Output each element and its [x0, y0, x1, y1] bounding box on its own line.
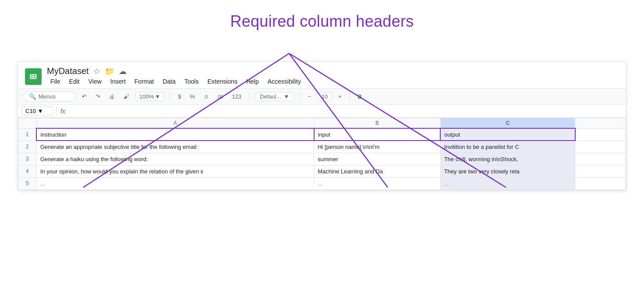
menu-data[interactable]: Data — [159, 77, 179, 86]
menu-accessibility[interactable]: Accessibility — [264, 77, 304, 86]
title-icons: ☆ 📁 ☁ — [93, 67, 127, 76]
menu-view[interactable]: View — [85, 77, 105, 86]
spreadsheet-grid: A B C 1 instruction input output 2 — [18, 118, 626, 190]
row-num-1: 1 — [18, 128, 37, 141]
cell-c1[interactable]: output — [440, 128, 575, 141]
cell-b1[interactable]: input — [314, 128, 440, 141]
paint-format-button[interactable]: 🖌 — [121, 92, 132, 101]
table-row: 5 ... ... ... — [18, 177, 626, 190]
folder-icon[interactable]: 📁 — [105, 67, 114, 76]
cell-d5[interactable] — [575, 177, 626, 190]
col-b-header[interactable]: B — [314, 118, 440, 129]
cell-a5[interactable]: ... — [36, 177, 314, 190]
cell-c4[interactable]: They are two very closely rela — [440, 165, 575, 177]
zoom-control[interactable]: 100% ▼ — [135, 92, 164, 101]
cell-d4[interactable] — [575, 165, 626, 177]
toolbar-divider-4 — [350, 92, 350, 101]
star-icon[interactable]: ☆ — [93, 67, 100, 76]
currency-button[interactable]: $ — [175, 92, 184, 101]
svg-rect-8 — [34, 77, 35, 78]
cell-a2[interactable]: Generate an appropriate subjective title… — [36, 141, 314, 153]
menu-file[interactable]: File — [47, 77, 64, 86]
font-name-value: Defaul... — [260, 93, 281, 100]
search-icon: 🔍 — [29, 93, 36, 100]
cell-reference-box[interactable]: C10 ▼ — [21, 106, 53, 116]
menu-edit[interactable]: Edit — [66, 77, 83, 86]
cell-ref-dropdown-icon: ▼ — [38, 108, 43, 114]
svg-rect-4 — [30, 74, 36, 79]
svg-rect-6 — [34, 75, 35, 76]
table-row: 2 Generate an appropriate subjective tit… — [18, 141, 626, 153]
cell-a1[interactable]: instruction — [36, 128, 314, 141]
undo-button[interactable]: ↶ — [79, 92, 89, 101]
cell-d1[interactable] — [575, 128, 626, 141]
bold-button[interactable]: B — [355, 92, 364, 101]
cell-b5[interactable]: ... — [314, 177, 440, 190]
menu-insert[interactable]: Insert — [107, 77, 129, 86]
table-row: 4 In your opinion, how would you explain… — [18, 165, 626, 177]
toolbar-divider-2 — [249, 92, 250, 101]
page-title: Required column headers — [0, 0, 644, 31]
font-size-control[interactable]: 10 — [317, 92, 332, 101]
toolbar-divider-1 — [170, 92, 170, 101]
toolbar: 🔍 Menus ↶ ↷ 🖨 🖌 100% ▼ $ % .0 .00 123 De… — [18, 88, 626, 105]
menu-extensions[interactable]: Extensions — [204, 77, 241, 86]
cell-b2[interactable]: Hi [person name],\n\nI'm — [314, 141, 440, 153]
row-num-3: 3 — [18, 153, 37, 165]
toolbar-divider-3 — [299, 92, 300, 101]
svg-rect-7 — [31, 77, 33, 78]
menu-tools[interactable]: Tools — [181, 77, 202, 86]
menu-bar: File Edit View Insert Format Data Tools … — [47, 76, 304, 87]
formula-bar: C10 ▼ fx — [18, 105, 626, 118]
print-button[interactable]: 🖨 — [106, 92, 117, 101]
col-a-header[interactable]: A — [36, 118, 314, 129]
font-size-value: 10 — [322, 93, 328, 100]
decimal-dec-button[interactable]: .0 — [201, 93, 210, 101]
col-c-header[interactable]: C — [440, 118, 575, 129]
formula-bar-divider — [57, 107, 57, 116]
cell-c3[interactable]: The chill, worming in\nShock, — [440, 153, 575, 165]
row-num-2: 2 — [18, 141, 37, 153]
row-num-header — [18, 118, 37, 129]
cell-reference-value: C10 — [25, 108, 36, 114]
cell-d3[interactable] — [575, 153, 626, 165]
decimal-inc-button[interactable]: .00 — [214, 93, 226, 101]
cell-d2[interactable] — [575, 141, 626, 153]
font-size-minus[interactable]: − — [305, 92, 314, 101]
redo-button[interactable]: ↷ — [93, 92, 103, 101]
cell-b4[interactable]: Machine Learning and Da — [314, 165, 440, 177]
search-label: Menus — [39, 93, 56, 100]
spreadsheet-container: MyDataset ☆ 📁 ☁ File Edit View Insert Fo… — [18, 61, 626, 190]
document-title: MyDataset — [47, 66, 89, 76]
font-size-plus[interactable]: + — [336, 92, 344, 101]
zoom-dropdown-icon: ▼ — [155, 93, 160, 100]
format-number-button[interactable]: 123 — [229, 92, 244, 101]
sheets-logo — [25, 68, 42, 85]
row-num-5: 5 — [18, 177, 37, 190]
percent-button[interactable]: % — [187, 92, 198, 101]
font-name-control[interactable]: Defaul... ▼ — [255, 92, 294, 101]
cell-c2[interactable]: Invitition to be a panelist for C — [440, 141, 575, 153]
menu-help[interactable]: Help — [243, 77, 262, 86]
zoom-value: 100% — [139, 93, 154, 100]
col-d-header — [575, 118, 626, 129]
fx-label: fx — [60, 108, 65, 115]
title-area: MyDataset ☆ 📁 ☁ File Edit View Insert Fo… — [47, 66, 304, 87]
row-num-4: 4 — [18, 165, 37, 177]
column-header-row: A B C — [18, 118, 626, 129]
svg-rect-5 — [31, 75, 33, 76]
cell-c5[interactable]: ... — [440, 177, 575, 190]
cell-a3[interactable]: Generate a haiku using the following wor… — [36, 153, 314, 165]
search-box[interactable]: 🔍 Menus — [23, 92, 76, 102]
cell-a4[interactable]: In your opinion, how would you explain t… — [36, 165, 314, 177]
font-name-dropdown-icon: ▼ — [284, 93, 290, 100]
cloud-icon[interactable]: ☁ — [119, 67, 127, 76]
menu-format[interactable]: Format — [131, 77, 157, 86]
table-row: 3 Generate a haiku using the following w… — [18, 153, 626, 165]
titlebar: MyDataset ☆ 📁 ☁ File Edit View Insert Fo… — [18, 62, 626, 88]
table-row: 1 instruction input output — [18, 128, 626, 141]
cell-b3[interactable]: summer — [314, 153, 440, 165]
